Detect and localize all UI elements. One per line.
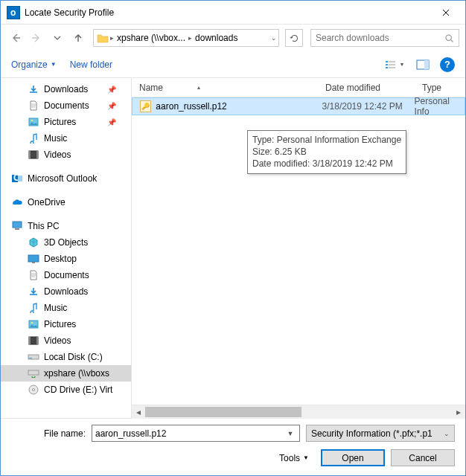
file-type-filter[interactable]: Security Information (*.pfx;*.p1 ⌄ <box>306 425 455 442</box>
videos-icon <box>28 149 39 161</box>
outlook-icon: O <box>11 173 23 184</box>
nav-bar: ▸ xpshare (\\vbox... ▸ downloads ⌄ <box>1 25 465 51</box>
file-type: Personal Info <box>415 97 465 117</box>
column-headers: Name▴ Date modified Type <box>132 78 465 97</box>
open-button[interactable]: Open <box>321 449 385 466</box>
file-name: aaron_russell.p12 <box>156 101 322 112</box>
pictures-icon <box>28 116 39 128</box>
nav-item-localdisk[interactable]: Local Disk (C:) <box>1 349 131 365</box>
search-box[interactable] <box>310 29 459 47</box>
nav-item-xpshare[interactable]: xpshare (\\vboxs <box>1 365 131 382</box>
music-icon <box>28 132 39 144</box>
new-folder-button[interactable]: New folder <box>70 60 112 70</box>
svg-rect-18 <box>18 176 22 181</box>
nav-item-videos[interactable]: Videos <box>1 147 131 163</box>
dialog-body: Downloads📌 Documents📌 Pictures📌 Music Vi… <box>1 78 465 418</box>
view-options-button[interactable]: ▼ <box>383 57 406 73</box>
horizontal-scrollbar[interactable]: ◂ ▸ <box>132 405 465 418</box>
svg-rect-4 <box>389 61 395 62</box>
scrollbar-track[interactable] <box>145 405 452 419</box>
network-drive-icon <box>28 367 39 379</box>
file-list: 🔑 aaron_russell.p12 3/18/2019 12:42 PM P… <box>132 97 465 405</box>
pin-icon: 📌 <box>107 118 116 126</box>
nav-item-music[interactable]: Music <box>1 130 131 147</box>
downloads-icon <box>28 286 39 298</box>
filename-combobox[interactable]: ▼ <box>92 425 300 442</box>
svg-rect-10 <box>424 60 429 69</box>
tools-menu[interactable]: Tools ▼ <box>279 453 309 463</box>
file-date: 3/18/2019 12:42 PM <box>322 101 415 112</box>
chevron-down-icon[interactable]: ⌄ <box>271 34 277 42</box>
window-title: Locate Security Profile <box>25 7 430 18</box>
nav-item-3dobjects[interactable]: 3D Objects <box>1 234 131 251</box>
cancel-button[interactable]: Cancel <box>391 449 455 466</box>
svg-rect-7 <box>386 67 388 68</box>
organize-menu[interactable]: Organize ▼ <box>11 60 57 70</box>
column-header-date[interactable]: Date modified <box>325 83 422 93</box>
search-input[interactable] <box>316 33 440 43</box>
address-bar[interactable]: ▸ xpshare (\\vbox... ▸ downloads ⌄ <box>93 29 279 47</box>
svg-rect-19 <box>13 222 22 228</box>
nav-item-downloads[interactable]: Downloads📌 <box>1 81 131 97</box>
chevron-down-icon: ▼ <box>400 62 405 67</box>
back-button[interactable] <box>7 29 25 47</box>
desktop-icon <box>28 253 39 265</box>
cd-drive-icon <box>28 384 39 396</box>
command-bar: Organize ▼ New folder ▼ ? <box>1 51 465 78</box>
sort-ascending-icon: ▴ <box>197 84 200 91</box>
documents-icon <box>28 100 39 112</box>
breadcrumb-segment[interactable]: xpshare (\\vbox... <box>114 31 188 45</box>
nav-item-documents[interactable]: Documents📌 <box>1 97 131 114</box>
preview-pane-icon <box>416 60 430 70</box>
refresh-button[interactable] <box>285 29 303 47</box>
nav-item-outlook[interactable]: OMicrosoft Outlook <box>1 170 131 187</box>
refresh-icon <box>290 33 299 43</box>
breadcrumb-segment[interactable]: downloads <box>192 31 240 45</box>
nav-item-thispc[interactable]: This PC <box>1 218 131 234</box>
up-button[interactable] <box>69 29 87 47</box>
recent-locations-button[interactable] <box>48 29 66 47</box>
chevron-down-icon: ▼ <box>51 61 57 68</box>
chevron-down-icon[interactable]: ▼ <box>284 430 296 437</box>
nav-item-pictures[interactable]: Pictures📌 <box>1 114 131 130</box>
nav-item-documents2[interactable]: Documents <box>1 267 131 283</box>
svg-rect-5 <box>386 64 388 65</box>
svg-text:o: o <box>10 7 16 18</box>
nav-item-pictures2[interactable]: Pictures <box>1 316 131 332</box>
svg-point-24 <box>31 322 33 324</box>
help-button[interactable]: ? <box>440 57 455 72</box>
search-icon <box>444 33 454 43</box>
file-row[interactable]: 🔑 aaron_russell.p12 3/18/2019 12:42 PM P… <box>132 97 465 115</box>
nav-item-music2[interactable]: Music <box>1 300 131 316</box>
filename-label: File name: <box>11 428 86 439</box>
preview-pane-button[interactable] <box>412 57 434 73</box>
close-button[interactable] <box>430 2 462 23</box>
chevron-down-icon: ▼ <box>303 454 309 461</box>
svg-rect-28 <box>28 355 39 359</box>
svg-rect-22 <box>32 262 35 263</box>
pictures-icon <box>28 318 39 330</box>
pin-icon: 📌 <box>107 102 116 110</box>
scroll-right-button[interactable]: ▸ <box>452 405 465 419</box>
svg-rect-8 <box>389 67 395 68</box>
details-view-icon <box>385 60 398 70</box>
file-tooltip: Type: Personal Information Exchange Size… <box>247 130 406 174</box>
column-header-type[interactable]: Type <box>422 83 465 93</box>
music-icon <box>28 302 39 314</box>
svg-rect-20 <box>15 228 19 230</box>
filename-input[interactable] <box>95 428 284 439</box>
3d-objects-icon <box>28 237 39 248</box>
forward-button[interactable] <box>28 29 45 47</box>
svg-point-12 <box>31 120 33 121</box>
svg-rect-30 <box>28 370 39 375</box>
chevron-down-icon <box>54 34 61 42</box>
nav-item-onedrive[interactable]: OneDrive <box>1 194 131 210</box>
nav-item-videos2[interactable]: Videos <box>1 332 131 349</box>
nav-item-cddrive[interactable]: CD Drive (E:) Virt <box>1 382 131 398</box>
column-header-name[interactable]: Name▴ <box>139 83 325 93</box>
nav-item-desktop[interactable]: Desktop <box>1 251 131 267</box>
scrollbar-thumb[interactable] <box>145 407 301 417</box>
scroll-left-button[interactable]: ◂ <box>132 405 145 419</box>
arrow-left-icon <box>10 32 22 44</box>
nav-item-downloads2[interactable]: Downloads <box>1 283 131 300</box>
